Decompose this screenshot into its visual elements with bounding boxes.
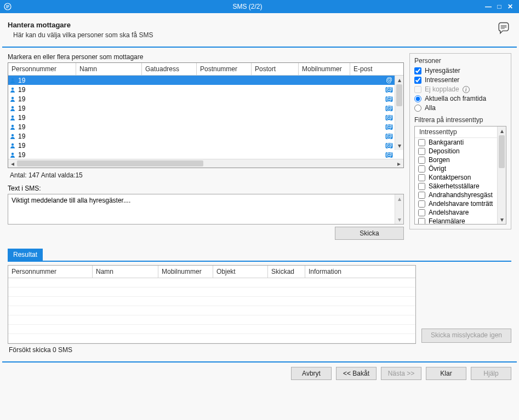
table-row[interactable] — [8, 306, 415, 315]
app-icon — [3, 2, 12, 11]
typeitem[interactable]: Säkerhetsställare — [415, 182, 497, 191]
svg-text:@: @ — [386, 87, 392, 93]
typeitem-checkbox[interactable] — [418, 174, 425, 181]
rcol-mobilnummer[interactable]: Mobilnummer — [158, 266, 213, 278]
result-grid-header: Personnummer Namn Mobilnummer Objekt Ski… — [8, 266, 415, 278]
person-icon — [8, 87, 17, 93]
col-epost[interactable]: E-post — [350, 63, 403, 75]
intressenttyp-list[interactable]: Intressenttyp BankgarantiDepositionBorge… — [414, 126, 506, 225]
vertical-scrollbar[interactable]: ▴ ▾ — [395, 76, 403, 150]
typeitem-checkbox[interactable] — [418, 192, 425, 199]
close-button[interactable]: ✕ — [505, 3, 516, 10]
personer-panel: Personer Hyresgäster Intressenter Ej kop… — [409, 53, 511, 229]
scroll-up-icon[interactable]: ▴ — [498, 126, 506, 135]
typeitem-checkbox[interactable] — [418, 157, 425, 164]
email-icon: @ — [385, 142, 393, 149]
typeitem[interactable]: Andelshavare tomträtt — [415, 199, 497, 208]
col-postort[interactable]: Postort — [252, 63, 299, 75]
col-gatuadress[interactable]: Gatuadress — [142, 63, 197, 75]
table-row[interactable]: 19@ — [8, 141, 403, 150]
rcol-information[interactable]: Information — [305, 266, 415, 278]
table-row[interactable] — [8, 334, 415, 343]
horizontal-scrollbar[interactable]: ◂ ▸ — [8, 159, 403, 168]
table-row[interactable]: 19@ — [8, 85, 403, 94]
hscroll-thumb[interactable] — [17, 160, 203, 166]
col-personnummer[interactable]: Personnummer — [8, 63, 76, 75]
tab-resultat[interactable]: Resultat — [8, 249, 43, 261]
typeitem-checkbox[interactable] — [418, 139, 425, 146]
table-row[interactable]: 19@ — [8, 131, 403, 141]
typeitem[interactable]: Deposition — [415, 147, 497, 156]
typeitem[interactable]: Andrahandshyresgäst — [415, 191, 497, 199]
minimize-button[interactable]: — — [483, 3, 494, 10]
scroll-thumb[interactable] — [396, 84, 402, 106]
table-row[interactable] — [8, 297, 415, 306]
rcol-skickad[interactable]: Skickad — [268, 266, 305, 278]
header: Hantera mottagare Här kan du välja vilka… — [0, 13, 519, 43]
typeitem[interactable]: Kontaktperson — [415, 173, 497, 182]
col-mobilnummer[interactable]: Mobilnummer — [299, 63, 350, 75]
typeitem[interactable]: Övrigt — [415, 164, 497, 173]
table-row[interactable] — [8, 325, 415, 334]
aktuella-radio[interactable]: Aktuella och framtida — [414, 95, 506, 102]
intressenttyp-header[interactable]: Intressenttyp — [415, 126, 497, 138]
table-row[interactable]: 19@ — [8, 122, 403, 131]
textarea-scrollbar[interactable]: ▴ ▾ — [395, 194, 403, 224]
table-row[interactable]: 19@ — [8, 150, 403, 159]
typeitem-label: Borgen — [429, 156, 450, 164]
intressenter-checkbox[interactable]: Intressenter — [414, 76, 506, 84]
typeitem-checkbox[interactable] — [418, 200, 425, 208]
aktuella-radio-input[interactable] — [414, 95, 421, 102]
done-button[interactable]: Klar — [426, 367, 466, 380]
table-row[interactable]: 19@ — [8, 94, 403, 103]
hyresgaster-checkbox[interactable]: Hyresgäster — [414, 67, 506, 74]
scroll-left-icon[interactable]: ◂ — [8, 160, 17, 168]
recipients-grid[interactable]: Personnummer Namn Gatuadress Postnummer … — [8, 62, 404, 168]
col-postnummer[interactable]: Postnummer — [197, 63, 252, 75]
cancel-button[interactable]: Avbryt — [291, 367, 332, 380]
info-icon[interactable]: i — [463, 86, 470, 93]
alla-radio[interactable]: Alla — [414, 104, 506, 112]
typeitem-checkbox[interactable] — [418, 218, 425, 225]
scroll-down-icon[interactable]: ▾ — [498, 215, 506, 224]
typeitem-checkbox[interactable] — [418, 165, 425, 172]
rcol-objekt[interactable]: Objekt — [213, 266, 268, 278]
svg-point-1 — [12, 78, 14, 80]
back-button[interactable]: << Bakåt — [336, 367, 377, 380]
cell-personnummer: 19 — [17, 95, 75, 103]
typeitem[interactable]: Bankgaranti — [415, 138, 497, 147]
result-grid[interactable]: Personnummer Namn Mobilnummer Objekt Ski… — [8, 265, 416, 344]
table-row[interactable]: 19@ — [8, 76, 403, 85]
hyresgaster-checkbox-input[interactable] — [414, 67, 421, 74]
intressenter-checkbox-input[interactable] — [414, 77, 421, 84]
send-button[interactable]: Skicka — [335, 227, 404, 240]
typeitem-checkbox[interactable] — [418, 209, 425, 216]
scroll-up-icon[interactable]: ▴ — [395, 76, 403, 84]
typeitem[interactable]: Borgen — [415, 156, 497, 164]
rcol-namn[interactable]: Namn — [93, 266, 158, 278]
typeitem[interactable]: Felanmälare — [415, 217, 497, 224]
scroll-down-icon[interactable]: ▾ — [395, 141, 403, 150]
col-namn[interactable]: Namn — [76, 63, 142, 75]
table-row[interactable] — [8, 315, 415, 325]
cell-personnummer: 19 — [17, 105, 75, 112]
alla-radio-input[interactable] — [414, 105, 421, 112]
typeitem-checkbox[interactable] — [418, 148, 425, 155]
table-row[interactable]: 19@ — [8, 103, 403, 113]
typeitem-checkbox[interactable] — [418, 183, 425, 190]
separator — [2, 47, 517, 48]
help-button: Hjälp — [471, 367, 511, 380]
scroll-right-icon[interactable]: ▸ — [395, 160, 403, 168]
table-row[interactable] — [8, 278, 415, 287]
scroll-up-icon[interactable]: ▴ — [395, 194, 403, 203]
scroll-thumb[interactable] — [499, 135, 505, 168]
typeitem[interactable]: Andelshavare — [415, 208, 497, 217]
email-icon: @ — [385, 105, 393, 112]
typelist-scrollbar[interactable]: ▴ ▾ — [497, 126, 506, 224]
scroll-down-icon[interactable]: ▾ — [395, 215, 403, 224]
sms-text-input[interactable] — [8, 194, 395, 224]
rcol-personnummer[interactable]: Personnummer — [8, 266, 93, 278]
table-row[interactable]: 19@ — [8, 113, 403, 122]
table-row[interactable] — [8, 287, 415, 297]
maximize-button[interactable]: □ — [494, 3, 505, 10]
